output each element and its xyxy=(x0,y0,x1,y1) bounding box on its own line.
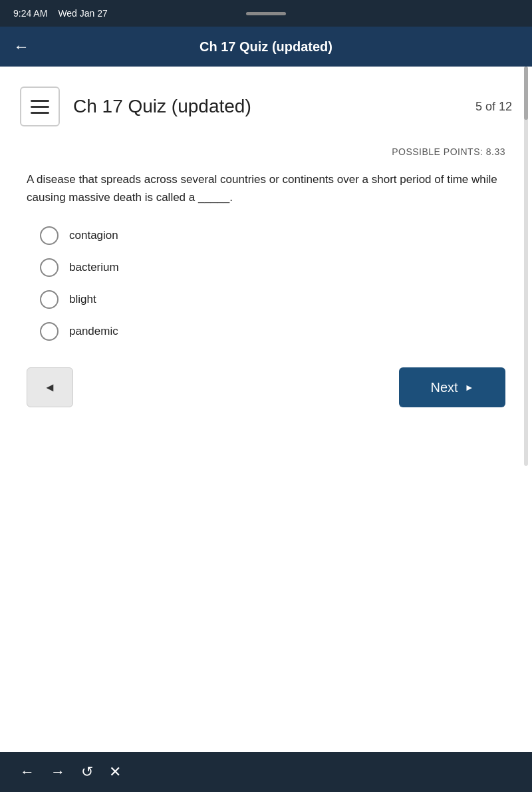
option-label-4: pandemic xyxy=(69,325,118,338)
possible-points: POSSIBLE POINTS: 8.33 xyxy=(27,146,505,157)
question-section: POSSIBLE POINTS: 8.33 A disease that spr… xyxy=(20,146,512,341)
browser-forward-button[interactable]: → xyxy=(51,763,65,781)
browser-reload-button[interactable]: ↺ xyxy=(81,763,93,781)
scrollbar-track xyxy=(524,67,528,466)
list-item[interactable]: bacterium xyxy=(40,258,505,277)
content-filler xyxy=(0,427,532,791)
menu-icon-line3 xyxy=(31,112,49,114)
main-content: Ch 17 Quiz (updated) 5 of 12 POSSIBLE PO… xyxy=(0,67,532,427)
nav-title: Ch 17 Quiz (updated) xyxy=(200,39,332,55)
radio-option-2[interactable] xyxy=(40,258,59,277)
option-label-1: contagion xyxy=(69,229,118,242)
radio-option-4[interactable] xyxy=(40,322,59,341)
radio-option-1[interactable] xyxy=(40,226,59,245)
status-date: Wed Jan 27 xyxy=(58,8,107,19)
browser-back-button[interactable]: ← xyxy=(20,763,35,781)
list-item[interactable]: blight xyxy=(40,290,505,309)
menu-icon-line1 xyxy=(31,100,49,102)
quiz-progress: 5 of 12 xyxy=(475,100,512,114)
next-button[interactable]: Next ► xyxy=(399,367,505,407)
question-text: A disease that spreads across several co… xyxy=(27,170,505,206)
menu-icon-line2 xyxy=(31,106,49,108)
status-bar: 9:24 AM Wed Jan 27 xyxy=(0,0,532,27)
next-label: Next xyxy=(431,380,458,395)
list-item[interactable]: contagion xyxy=(40,226,505,245)
prev-icon: ◄ xyxy=(44,381,56,395)
back-button[interactable]: ← xyxy=(13,37,29,56)
next-arrow-icon: ► xyxy=(465,382,474,393)
options-list: contagion bacterium blight pandemic xyxy=(27,226,505,341)
quiz-title: Ch 17 Quiz (updated) xyxy=(73,96,251,117)
list-item[interactable]: pandemic xyxy=(40,322,505,341)
menu-button[interactable] xyxy=(20,87,60,126)
nav-header: ← Ch 17 Quiz (updated) xyxy=(0,27,532,67)
prev-button[interactable]: ◄ xyxy=(27,367,73,407)
nav-buttons: ◄ Next ► xyxy=(20,347,512,427)
option-label-3: blight xyxy=(69,293,96,306)
scrollbar-thumb[interactable] xyxy=(524,67,528,120)
quiz-header-row: Ch 17 Quiz (updated) 5 of 12 xyxy=(20,87,512,126)
notch xyxy=(246,12,286,15)
back-icon: ← xyxy=(13,37,29,56)
status-time: 9:24 AM xyxy=(13,8,47,19)
option-label-2: bacterium xyxy=(69,261,119,274)
browser-close-button[interactable]: ✕ xyxy=(109,763,121,781)
bottom-bar: ← → ↺ ✕ xyxy=(0,752,532,792)
radio-option-3[interactable] xyxy=(40,290,59,309)
